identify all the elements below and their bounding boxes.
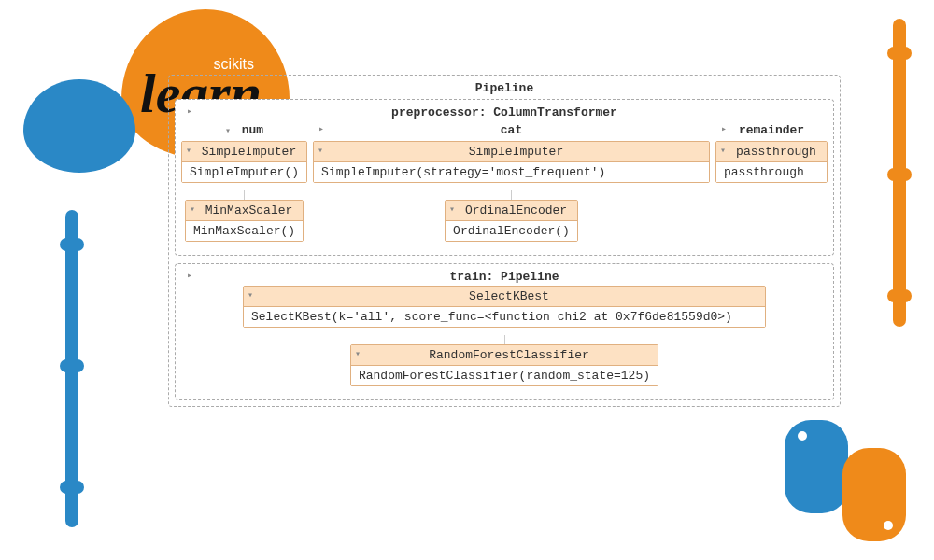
caret-right-icon: ▸ — [187, 105, 192, 117]
bar-orange — [893, 19, 906, 327]
connector — [511, 190, 512, 200]
step-cat-simpleimputer[interactable]: ▾SimpleImputer SimpleImputer(strategy='m… — [313, 141, 710, 183]
pipeline-title: Pipeline — [175, 79, 834, 97]
column-num-label: num — [242, 123, 263, 137]
column-remainder: ▸ remainder ▾passthrough passthrough — [715, 121, 828, 190]
caret-down-icon: ▾ — [318, 145, 323, 156]
caret-down-icon: ▾ — [720, 145, 726, 156]
train-box: ▸ train: Pipeline ▾SelectKBest SelectKBe… — [175, 263, 834, 400]
caret-down-icon: ▾ — [355, 348, 361, 359]
caret-down-icon: ▾ — [225, 126, 231, 136]
caret-down-icon: ▾ — [186, 145, 191, 156]
step-cat-ordinalencoder[interactable]: ▾OrdinalEncoder OrdinalEncoder() — [445, 200, 578, 242]
step-train-randomforest[interactable]: ▾RandomForestClassifier RandomForestClas… — [350, 344, 658, 386]
caret-right-icon: ▸ — [318, 123, 324, 134]
train-title[interactable]: ▸ train: Pipeline — [181, 268, 828, 286]
preprocessor-box: ▸ preprocessor: ColumnTransformer ▾ num … — [175, 99, 834, 256]
step-train-selectkbest[interactable]: ▾SelectKBest SelectKBest(k='all', score_… — [243, 286, 766, 328]
caret-right-icon: ▸ — [721, 123, 727, 134]
step-num-simpleimputer[interactable]: ▾SimpleImputer SimpleImputer() — [181, 141, 307, 183]
step-remainder-passthrough[interactable]: ▾passthrough passthrough — [715, 141, 828, 183]
python-logo-icon — [785, 420, 906, 541]
column-cat-label: cat — [501, 123, 522, 137]
column-cat: ▸ cat ▾SimpleImputer SimpleImputer(strat… — [313, 121, 710, 249]
caret-down-icon: ▾ — [248, 289, 253, 301]
bar-blue — [65, 210, 78, 527]
scikit-blob-blue — [23, 79, 135, 173]
column-remainder-label: remainder — [739, 123, 804, 137]
connector — [504, 335, 505, 344]
step-num-minmaxscaler[interactable]: ▾MinMaxScaler MinMaxScaler() — [185, 200, 304, 242]
pipeline-diagram: Pipeline ▸ preprocessor: ColumnTransform… — [168, 75, 841, 407]
preprocessor-title[interactable]: ▸ preprocessor: ColumnTransformer — [181, 104, 828, 121]
connector — [244, 190, 245, 200]
column-num: ▾ num ▾SimpleImputer SimpleImputer() ▾Mi… — [181, 121, 307, 249]
caret-right-icon: ▸ — [187, 270, 192, 281]
caret-down-icon: ▾ — [449, 203, 455, 215]
caret-down-icon: ▾ — [190, 203, 195, 215]
